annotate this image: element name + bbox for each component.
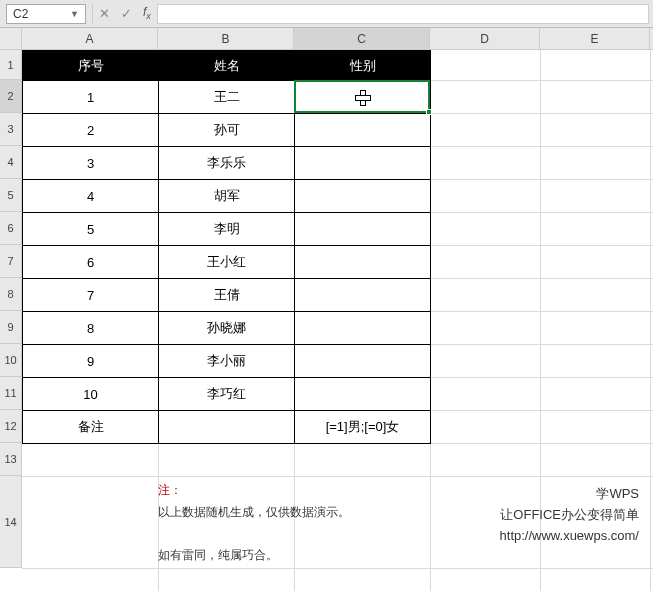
accept-icon[interactable]: ✓ xyxy=(115,6,137,21)
table-cell[interactable] xyxy=(295,246,431,279)
table-cell[interactable] xyxy=(295,81,431,114)
row-header-12[interactable]: 12 xyxy=(0,410,21,443)
row-headers: 1234567891011121314 xyxy=(0,50,22,568)
chevron-down-icon: ▼ xyxy=(70,9,79,19)
table-footer-cell[interactable]: 备注 xyxy=(23,411,159,444)
row-header-14[interactable]: 14 xyxy=(0,476,21,568)
row-header-8[interactable]: 8 xyxy=(0,278,21,311)
col-header-b[interactable]: B xyxy=(158,28,294,49)
column-headers: ABCDE xyxy=(22,28,653,50)
table-cell[interactable] xyxy=(295,345,431,378)
table-header-c[interactable]: 性别 xyxy=(295,51,431,81)
select-all-corner[interactable] xyxy=(0,28,22,50)
table-cell[interactable] xyxy=(295,114,431,147)
table-footer-cell[interactable] xyxy=(159,411,295,444)
table-cell[interactable]: 王小红 xyxy=(159,246,295,279)
table-cell[interactable]: 8 xyxy=(23,312,159,345)
col-header-a[interactable]: A xyxy=(22,28,158,49)
name-box[interactable]: C2 ▼ xyxy=(6,4,86,24)
table-cell[interactable] xyxy=(295,378,431,411)
table-header-b[interactable]: 姓名 xyxy=(159,51,295,81)
note-title: 注： xyxy=(158,483,182,497)
col-header-e[interactable]: E xyxy=(540,28,650,49)
brand-line1: 学WPS xyxy=(500,484,639,505)
formula-bar: C2 ▼ ✕ ✓ fx xyxy=(0,0,653,28)
table-cell[interactable]: 李小丽 xyxy=(159,345,295,378)
brand-line2: 让OFFICE办公变得简单 xyxy=(500,505,639,526)
table-cell[interactable]: 王二 xyxy=(159,81,295,114)
row-header-1[interactable]: 1 xyxy=(0,50,21,80)
brand-url: http://www.xuewps.com/ xyxy=(500,526,639,547)
formula-input[interactable] xyxy=(157,4,649,24)
row-header-9[interactable]: 9 xyxy=(0,311,21,344)
row-header-11[interactable]: 11 xyxy=(0,377,21,410)
table-cell[interactable]: 3 xyxy=(23,147,159,180)
table-cell[interactable] xyxy=(295,312,431,345)
table-cell[interactable] xyxy=(295,213,431,246)
row-header-6[interactable]: 6 xyxy=(0,212,21,245)
row-header-4[interactable]: 4 xyxy=(0,146,21,179)
branding: 学WPS 让OFFICE办公变得简单 http://www.xuewps.com… xyxy=(500,484,639,546)
row-header-2[interactable]: 2 xyxy=(0,80,21,113)
table-cell[interactable]: 李巧红 xyxy=(159,378,295,411)
table-cell[interactable]: 10 xyxy=(23,378,159,411)
table-cell[interactable]: 1 xyxy=(23,81,159,114)
col-header-c[interactable]: C xyxy=(294,28,430,49)
row-header-7[interactable]: 7 xyxy=(0,245,21,278)
cancel-icon[interactable]: ✕ xyxy=(93,6,115,21)
fx-label[interactable]: fx xyxy=(137,5,157,21)
table-cell[interactable]: 7 xyxy=(23,279,159,312)
row-header-3[interactable]: 3 xyxy=(0,113,21,146)
row-header-10[interactable]: 10 xyxy=(0,344,21,377)
table-cell[interactable]: 9 xyxy=(23,345,159,378)
table-header-a[interactable]: 序号 xyxy=(23,51,159,81)
data-table: 序号姓名性别1王二2孙可3李乐乐4胡军5李明6王小红7王倩8孙晓娜9李小丽10李… xyxy=(22,50,431,444)
table-cell[interactable]: 李明 xyxy=(159,213,295,246)
row-header-13[interactable]: 13 xyxy=(0,443,21,476)
table-cell[interactable]: 王倩 xyxy=(159,279,295,312)
sheet: ABCDE 1234567891011121314 序号姓名性别1王二2孙可3李… xyxy=(0,28,653,591)
table-cell[interactable] xyxy=(295,147,431,180)
note: 注： 以上数据随机生成，仅供数据演示。 如有雷同，纯属巧合。 xyxy=(158,480,430,566)
table-cell[interactable]: 5 xyxy=(23,213,159,246)
note-line1: 以上数据随机生成，仅供数据演示。 xyxy=(158,505,350,519)
table-footer-cell[interactable]: [=1]男;[=0]女 xyxy=(295,411,431,444)
table-cell[interactable] xyxy=(295,279,431,312)
note-line2: 如有雷同，纯属巧合。 xyxy=(158,548,278,562)
table-cell[interactable]: 胡军 xyxy=(159,180,295,213)
name-box-value: C2 xyxy=(13,7,28,21)
row-header-5[interactable]: 5 xyxy=(0,179,21,212)
table-cell[interactable]: 6 xyxy=(23,246,159,279)
table-cell[interactable] xyxy=(295,180,431,213)
table-cell[interactable]: 4 xyxy=(23,180,159,213)
table-cell[interactable]: 孙可 xyxy=(159,114,295,147)
table-cell[interactable]: 孙晓娜 xyxy=(159,312,295,345)
table-cell[interactable]: 2 xyxy=(23,114,159,147)
col-header-d[interactable]: D xyxy=(430,28,540,49)
table-cell[interactable]: 李乐乐 xyxy=(159,147,295,180)
grid-area[interactable]: 序号姓名性别1王二2孙可3李乐乐4胡军5李明6王小红7王倩8孙晓娜9李小丽10李… xyxy=(22,50,653,591)
